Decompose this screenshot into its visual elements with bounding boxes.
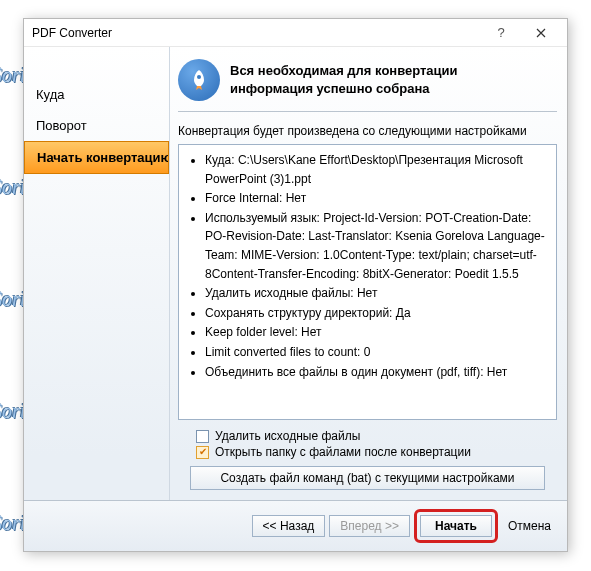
summary-label: Конвертация будет произведена со следующ… (178, 124, 557, 138)
list-item: Keep folder level: Нет (205, 323, 552, 342)
create-bat-button[interactable]: Создать файл команд (bat) с текущими нас… (190, 466, 545, 490)
options-group: Удалить исходные файлы ✔ Открыть папку с… (178, 428, 557, 460)
main-panel: Вся необходимая для конвертации информац… (169, 47, 567, 500)
window-title: PDF Converter (30, 26, 481, 40)
start-button[interactable]: Начать (420, 515, 492, 537)
cancel-button[interactable]: Отмена (502, 516, 557, 536)
option-open-folder[interactable]: ✔ Открыть папку с файлами после конверта… (196, 444, 557, 460)
sidebar-item-start[interactable]: Начать конвертацию (24, 141, 169, 174)
list-item: Используемый язык: Project-Id-Version: P… (205, 209, 552, 283)
header-text: Вся необходимая для конвертации информац… (230, 62, 458, 97)
dialog-body: Куда Поворот Начать конвертацию Вся необ… (24, 47, 567, 500)
checkbox-icon (196, 430, 209, 443)
sidebar-item-destination[interactable]: Куда (24, 79, 169, 110)
forward-button: Вперед >> (329, 515, 410, 537)
svg-point-0 (197, 75, 201, 79)
help-button[interactable]: ? (481, 22, 521, 44)
settings-listbox[interactable]: Куда: C:\Users\Kane Effort\Desktop\Презе… (178, 144, 557, 420)
list-item: Куда: C:\Users\Kane Effort\Desktop\Презе… (205, 151, 552, 188)
titlebar: PDF Converter ? (24, 19, 567, 47)
list-item: Удалить исходные файлы: Нет (205, 284, 552, 303)
option-label: Открыть папку с файлами после конвертаци… (215, 445, 471, 459)
close-icon (536, 28, 546, 38)
list-item: Limit converted files to count: 0 (205, 343, 552, 362)
close-button[interactable] (521, 22, 561, 44)
wizard-footer: << Назад Вперед >> Начать Отмена (24, 500, 567, 551)
list-item: Force Internal: Нет (205, 189, 552, 208)
settings-list: Куда: C:\Users\Kane Effort\Desktop\Презе… (183, 151, 552, 381)
checkbox-checked-icon: ✔ (196, 446, 209, 459)
option-label: Удалить исходные файлы (215, 429, 360, 443)
highlight-annotation: Начать (414, 509, 498, 543)
header-row: Вся необходимая для конвертации информац… (178, 59, 557, 112)
list-item: Сохранять структуру директорий: Да (205, 304, 552, 323)
wizard-sidebar: Куда Поворот Начать конвертацию (24, 47, 169, 500)
dialog-window: PDF Converter ? Куда Поворот Начать конв… (23, 18, 568, 552)
sidebar-item-rotation[interactable]: Поворот (24, 110, 169, 141)
list-item: Объединить все файлы в один документ (pd… (205, 363, 552, 382)
back-button[interactable]: << Назад (252, 515, 326, 537)
rocket-icon (178, 59, 220, 101)
option-delete-source[interactable]: Удалить исходные файлы (196, 428, 557, 444)
